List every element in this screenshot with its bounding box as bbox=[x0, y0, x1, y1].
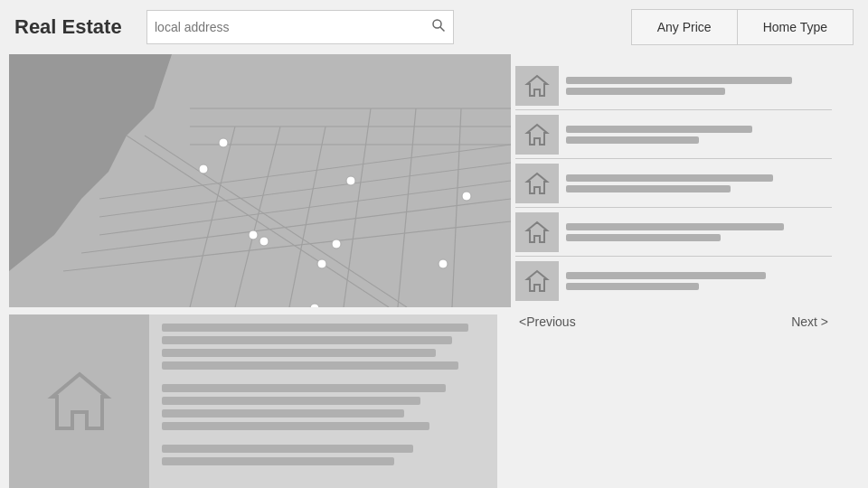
svg-point-22 bbox=[346, 176, 355, 185]
svg-point-20 bbox=[219, 138, 228, 147]
home-icon bbox=[524, 220, 550, 245]
price-filter-button[interactable]: Any Price bbox=[632, 10, 738, 44]
list-item[interactable] bbox=[515, 257, 832, 305]
listing-home-icon bbox=[515, 115, 559, 155]
svg-point-27 bbox=[317, 259, 326, 268]
listing-text bbox=[566, 223, 832, 241]
listing-title-line bbox=[566, 126, 752, 133]
svg-marker-32 bbox=[52, 374, 107, 428]
home-icon bbox=[524, 73, 550, 99]
map-container[interactable] bbox=[9, 54, 511, 307]
detail-text-line bbox=[162, 324, 468, 332]
listing-text bbox=[566, 126, 832, 144]
listing-home-icon bbox=[515, 261, 559, 301]
detail-text-line bbox=[162, 397, 420, 405]
list-item[interactable] bbox=[515, 159, 832, 208]
previous-button[interactable]: <Previous bbox=[519, 314, 576, 329]
listing-home-icon bbox=[515, 66, 559, 106]
detail-info bbox=[149, 314, 497, 488]
search-button[interactable] bbox=[431, 18, 446, 36]
listing-text bbox=[566, 174, 832, 192]
detail-text-line bbox=[162, 409, 404, 418]
svg-point-28 bbox=[439, 259, 448, 268]
svg-marker-36 bbox=[527, 222, 547, 242]
listing-text bbox=[566, 77, 832, 95]
listing-title-line bbox=[566, 77, 792, 84]
detail-text-line bbox=[162, 349, 436, 357]
detail-card bbox=[9, 314, 497, 488]
list-item[interactable] bbox=[515, 61, 832, 110]
svg-point-23 bbox=[462, 192, 471, 201]
svg-line-1 bbox=[440, 27, 445, 32]
svg-marker-33 bbox=[527, 76, 547, 96]
map-section bbox=[0, 54, 506, 488]
pagination: <Previous Next > bbox=[515, 307, 832, 336]
listing-sub-line bbox=[566, 136, 699, 144]
listing-home-icon bbox=[515, 164, 559, 203]
svg-marker-37 bbox=[527, 271, 547, 291]
detail-text-line bbox=[162, 457, 394, 465]
map-svg bbox=[9, 54, 511, 307]
listing-text bbox=[566, 272, 832, 290]
app-title: Real Estate bbox=[14, 15, 132, 39]
listing-title-line bbox=[566, 223, 784, 230]
next-button[interactable]: Next > bbox=[791, 314, 828, 329]
listing-title-line bbox=[566, 272, 766, 279]
detail-home-icon bbox=[43, 365, 116, 437]
detail-text-line bbox=[162, 336, 452, 344]
detail-text-line bbox=[162, 445, 413, 453]
svg-marker-34 bbox=[527, 125, 547, 145]
detail-text-line bbox=[162, 384, 446, 392]
search-input[interactable] bbox=[155, 20, 431, 34]
home-icon bbox=[524, 268, 550, 294]
search-bar bbox=[146, 10, 454, 44]
list-item[interactable] bbox=[515, 110, 832, 159]
listing-sub-line bbox=[566, 185, 731, 192]
svg-marker-35 bbox=[527, 174, 547, 193]
listing-title-line bbox=[566, 174, 773, 182]
svg-point-24 bbox=[249, 230, 258, 239]
search-icon bbox=[431, 18, 446, 33]
detail-text-line bbox=[162, 361, 458, 370]
listing-sub-line bbox=[566, 283, 699, 290]
svg-point-26 bbox=[332, 239, 341, 249]
listing-home-icon bbox=[515, 212, 559, 252]
filter-buttons: Any Price Home Type bbox=[631, 9, 854, 45]
svg-point-0 bbox=[433, 20, 441, 28]
home-type-filter-button[interactable]: Home Type bbox=[738, 10, 853, 44]
detail-text-line bbox=[162, 422, 429, 430]
detail-thumbnail bbox=[9, 314, 149, 488]
home-icon bbox=[524, 122, 550, 147]
header: Real Estate Any Price Home Type bbox=[0, 0, 868, 54]
svg-point-21 bbox=[199, 164, 208, 174]
svg-point-25 bbox=[259, 237, 269, 246]
main-content: <Previous Next > bbox=[0, 54, 868, 488]
list-item[interactable] bbox=[515, 208, 832, 257]
listing-sub-line bbox=[566, 234, 721, 241]
home-icon bbox=[524, 171, 550, 196]
listing-sub-line bbox=[566, 88, 725, 95]
listings-panel: <Previous Next > bbox=[506, 54, 841, 488]
